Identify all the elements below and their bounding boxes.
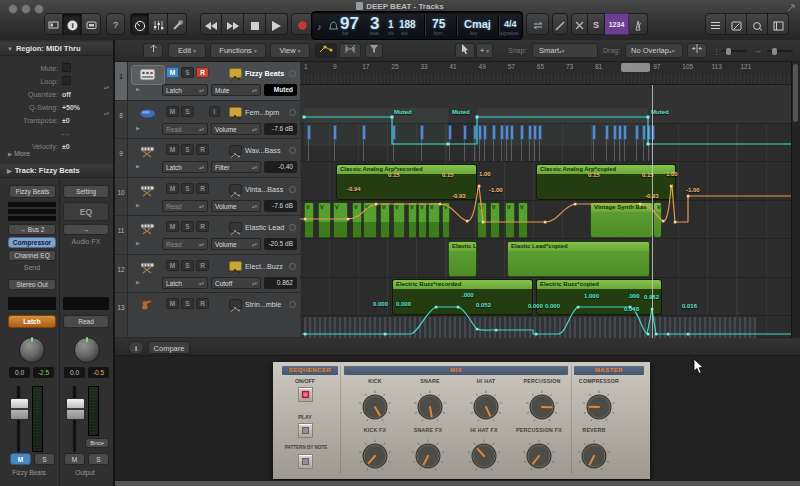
region[interactable]: Elastic L xyxy=(448,241,477,277)
automation-value[interactable]: 0.862 xyxy=(264,277,297,289)
mute-button-right[interactable]: M xyxy=(64,453,85,465)
seq-on/off-button[interactable] xyxy=(298,387,313,402)
region[interactable]: V xyxy=(363,202,377,238)
region[interactable]: Elastic Lead*copied xyxy=(507,241,650,277)
horizontal-zoom-slider[interactable] xyxy=(767,50,793,52)
region[interactable]: V xyxy=(442,202,450,238)
input-monitor-button[interactable]: I xyxy=(209,106,220,117)
region[interactable]: V xyxy=(505,202,515,238)
library-button[interactable] xyxy=(44,13,63,35)
track-inspector-header[interactable]: ▶Track: Fizzy Beats xyxy=(0,164,113,178)
gain-value-right[interactable]: -0.5 xyxy=(88,367,109,378)
midi-fx-slot[interactable] xyxy=(8,202,56,207)
automation-mode-menu[interactable]: Latch▴▾ xyxy=(162,84,208,96)
stop-button[interactable] xyxy=(244,13,266,35)
region[interactable]: V xyxy=(380,202,390,238)
solo-button-left[interactable]: S xyxy=(34,453,55,465)
automation-mode-left[interactable]: Latch xyxy=(8,315,56,328)
region-param-row[interactable]: Transpose:±0▴▾ xyxy=(0,109,113,122)
knob-hi-hat[interactable] xyxy=(468,389,504,425)
automation-mode-right[interactable]: Read xyxy=(63,315,109,328)
lane-disclosure-icon[interactable]: ▶ xyxy=(136,163,140,169)
snap-menu[interactable]: Smart▴▾ xyxy=(532,43,598,58)
pointer-tool-menu[interactable] xyxy=(455,43,475,58)
track-lane-8[interactable] xyxy=(300,124,791,163)
automation-param-menu[interactable]: Filter▴▾ xyxy=(211,161,261,173)
track-header-10[interactable]: MSRVinta...Bass▶Read▴▾Volume▴▾-7.6 dB xyxy=(128,178,300,217)
region[interactable]: V xyxy=(352,202,362,238)
automation-value[interactable]: -0.40 xyxy=(264,161,297,173)
replace-button[interactable] xyxy=(571,13,588,35)
browsers-button[interactable] xyxy=(768,13,789,35)
region[interactable]: V xyxy=(477,202,487,238)
region-param-row[interactable]: Quantize:off▴▾ xyxy=(0,83,113,96)
automation-mode-menu[interactable]: Latch▴▾ xyxy=(162,277,208,289)
automation-param-menu[interactable]: Volume▴▾ xyxy=(211,200,261,212)
region[interactable]: V xyxy=(418,202,427,238)
mute-button-left[interactable]: M xyxy=(10,453,31,465)
lane-disclosure-icon[interactable]: ▶ xyxy=(136,202,140,208)
arrange-area[interactable]: Classic Analog Arp*recordedClassic Analo… xyxy=(300,85,791,338)
metronome-button[interactable] xyxy=(629,13,648,35)
record-button[interactable]: R xyxy=(196,67,209,78)
record-button[interactable]: R xyxy=(196,183,209,194)
track-filter-button[interactable] xyxy=(365,43,383,58)
automation-value[interactable]: -7.6 dB xyxy=(264,200,297,212)
region[interactable]: V xyxy=(653,202,662,238)
automation-value[interactable]: -20.5 dB xyxy=(264,238,297,250)
record-button[interactable]: R xyxy=(196,221,209,232)
fader-cap-right[interactable] xyxy=(66,398,85,420)
mixer-button[interactable] xyxy=(149,13,168,35)
lane-disclosure-icon[interactable]: ▶ xyxy=(136,86,140,92)
region[interactable]: V xyxy=(518,202,528,238)
output-button[interactable]: Stereo Out xyxy=(8,279,56,290)
automation-param-menu[interactable]: Volume▴▾ xyxy=(211,123,261,135)
knob-hi-hat-fx[interactable] xyxy=(466,438,502,474)
record-button[interactable]: R xyxy=(196,298,209,309)
region-param-row[interactable]: Q-Swing:+50% xyxy=(0,96,113,109)
pan-value-right[interactable]: 0.0 xyxy=(64,367,85,378)
bar-ruler[interactable]: 191725334149576573818997105113121 xyxy=(300,62,791,85)
count-in-button[interactable]: 1234 xyxy=(605,13,629,35)
automation-indicator-icon[interactable] xyxy=(229,299,242,309)
playhead[interactable] xyxy=(652,85,653,338)
lcd-display[interactable]: ♪ 97 3 1 188 bar beat div tick 75 bpm Cm… xyxy=(311,11,523,40)
track-header-11[interactable]: MSRElastic Lead▶Read▴▾Volume▴▾-20.5 dB xyxy=(128,216,300,255)
pan-knob-left[interactable] xyxy=(19,337,45,363)
region-param-row[interactable]: Mute: xyxy=(0,57,113,70)
vertical-zoom-slider[interactable] xyxy=(721,50,747,52)
knob-reverb[interactable] xyxy=(576,438,612,474)
region[interactable]: V xyxy=(428,202,440,238)
region-inspector-header[interactable]: ▼Region: MIDI Thru xyxy=(0,42,113,56)
automation-mode-menu[interactable]: Read▴▾ xyxy=(162,123,208,135)
region[interactable]: V xyxy=(393,202,405,238)
seq-play-button[interactable] xyxy=(298,423,313,438)
solo-button[interactable]: S xyxy=(181,144,194,155)
automation-param-menu[interactable]: Mute▴▾ xyxy=(211,84,261,96)
track-header-1[interactable]: MSRFizzy Beats▶Latch▴▾Mute▴▾Muted xyxy=(128,62,300,101)
bounce-button[interactable]: Bnce xyxy=(85,438,109,448)
automation-indicator-icon[interactable] xyxy=(229,68,242,78)
region[interactable]: V xyxy=(490,202,500,238)
track-header-13[interactable]: MSRStrin...mble xyxy=(128,293,300,338)
solo-button[interactable]: S xyxy=(181,298,194,309)
automation-mode-menu[interactable]: Read▴▾ xyxy=(162,238,208,250)
automation-indicator-icon[interactable] xyxy=(229,261,242,271)
drag-menu[interactable]: No Overlap▴▾ xyxy=(625,43,683,58)
input-icon-button[interactable]: → xyxy=(63,224,109,235)
mute-button[interactable]: M xyxy=(166,106,179,117)
midi-fx-slot[interactable] xyxy=(8,216,56,221)
automation-param-menu[interactable]: Volume▴▾ xyxy=(211,238,261,250)
knob-compressor[interactable] xyxy=(581,389,617,425)
automation-mode-menu[interactable]: Latch▴▾ xyxy=(162,161,208,173)
solo-button[interactable]: S xyxy=(181,106,194,117)
channel-name-button[interactable]: Fizzy Beats xyxy=(9,185,56,198)
knob-snare[interactable] xyxy=(412,389,448,425)
smart-controls-scroll-strip[interactable] xyxy=(115,480,800,486)
lane-disclosure-icon[interactable]: ▶ xyxy=(136,125,140,131)
track-header-9[interactable]: MSRWav...Bass▶Latch▴▾Filter▴▾-0.40 xyxy=(128,139,300,178)
insert-channel-eq[interactable]: Channel EQ xyxy=(8,250,56,261)
track-lane-1[interactable] xyxy=(300,85,791,124)
rewind-button[interactable] xyxy=(200,13,222,35)
region-param-row[interactable]: Velocity:±0 xyxy=(0,135,113,148)
